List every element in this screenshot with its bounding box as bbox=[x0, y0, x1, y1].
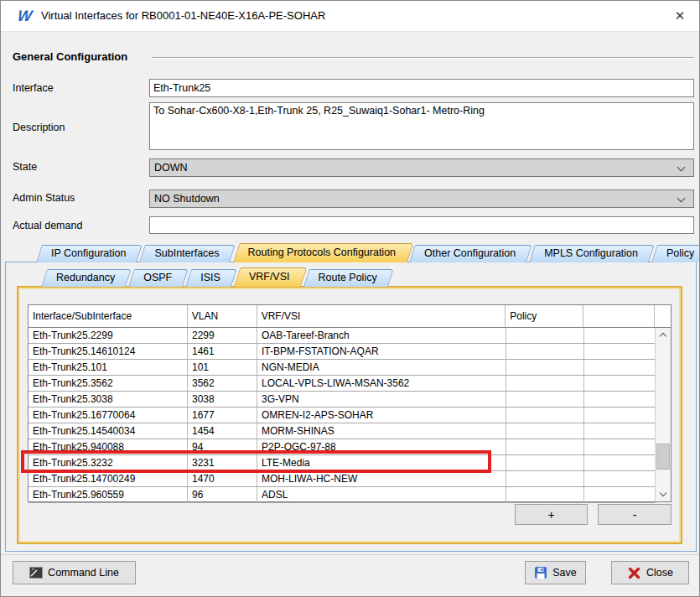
table-row[interactable]: Eth-Trunk25.16770064 1677 OMREN-I2-APS-S… bbox=[29, 408, 656, 423]
table-cell: Eth-Trunk25.3562 bbox=[29, 376, 188, 391]
title-bar: W Virtual Interfaces for RB0001-01-NE40E… bbox=[1, 1, 699, 32]
table-row[interactable]: Eth-Trunk25.3562 3562 LOCAL-VPLS-LIWA-MS… bbox=[29, 376, 656, 392]
table-row[interactable]: Eth-Trunk25.2299 2299 OAB-Tareef-Branch bbox=[29, 328, 656, 344]
table-cell: P2P-OGC-97-88 bbox=[257, 439, 506, 454]
interface-label: Interface bbox=[13, 82, 54, 94]
state-label: State bbox=[13, 161, 37, 173]
column-header-interface[interactable]: Interface/SubInterface bbox=[29, 305, 188, 327]
app-logo-icon: W bbox=[17, 8, 32, 25]
tab-other-configuration[interactable]: Other Configuration bbox=[409, 245, 526, 262]
window-title: Virtual Interfaces for RB0001-01-NE40E-X… bbox=[41, 9, 325, 22]
column-header-vlan[interactable]: VLAN bbox=[188, 305, 257, 327]
tab-label: Route Policy bbox=[319, 272, 377, 283]
column-header-policy[interactable]: Policy bbox=[506, 305, 583, 327]
table-cell bbox=[506, 455, 584, 470]
table-cell: LOCAL-VPLS-LIWA-MSAN-3562 bbox=[257, 376, 506, 391]
table-cell bbox=[584, 328, 656, 343]
column-header-vrf-vsi[interactable]: VRF/VSI bbox=[257, 305, 506, 327]
admin-status-dropdown[interactable]: NO Shutdown bbox=[149, 189, 694, 208]
window-close-button[interactable]: ✕ bbox=[667, 1, 692, 31]
table-cell: IT-BPM-FSTATION-AQAR bbox=[257, 344, 506, 359]
save-button[interactable]: Save bbox=[525, 561, 586, 584]
scrollbar-thumb[interactable] bbox=[656, 444, 670, 470]
table-cell: Eth-Trunk25.14610124 bbox=[29, 344, 188, 359]
tab-label: OSPF bbox=[143, 272, 172, 283]
section-divider bbox=[152, 57, 694, 59]
virtual-interfaces-dialog: W Virtual Interfaces for RB0001-01-NE40E… bbox=[0, 0, 700, 597]
table-cell: Eth-Trunk25.101 bbox=[29, 360, 188, 375]
tab-subinterfaces[interactable]: SubInterfaces bbox=[139, 245, 230, 262]
table-scrollbar[interactable] bbox=[655, 328, 671, 501]
subtab-isis[interactable]: ISIS bbox=[185, 269, 231, 287]
table-cell: 2299 bbox=[188, 328, 257, 343]
table-cell: Eth-Trunk25.2299 bbox=[29, 328, 188, 343]
table-cell bbox=[584, 487, 656, 502]
table-cell: 1461 bbox=[188, 344, 257, 359]
table-row[interactable]: Eth-Trunk25.14540034 1454 MORM-SHINAS bbox=[29, 423, 656, 439]
table-cell bbox=[584, 360, 656, 375]
chevron-down-icon bbox=[677, 195, 686, 203]
table-row[interactable]: Eth-Trunk25.14700249 1470 MOH-LIWA-HC-NE… bbox=[29, 471, 656, 487]
close-button[interactable]: Close bbox=[611, 561, 689, 584]
table-row[interactable]: Eth-Trunk25.101 101 NGN-MEDIA bbox=[29, 360, 656, 376]
description-label: Description bbox=[13, 122, 65, 133]
save-floppy-icon bbox=[534, 566, 547, 579]
table-cell: Eth-Trunk25.14700249 bbox=[29, 471, 188, 486]
table-cell bbox=[584, 471, 656, 486]
tab-label: Other Configuration bbox=[424, 247, 516, 259]
table-cell: Eth-Trunk25.960559 bbox=[29, 487, 188, 502]
remove-row-button[interactable]: - bbox=[598, 504, 671, 525]
chevron-down-icon bbox=[677, 164, 686, 172]
table-cell: Eth-Trunk25.940088 bbox=[29, 439, 188, 454]
actual-demand-label: Actual demand bbox=[13, 220, 82, 231]
table-row[interactable]: Eth-Trunk25.14610124 1461 IT-BPM-FSTATIO… bbox=[29, 344, 656, 360]
column-header-spacer bbox=[655, 305, 671, 327]
tab-mpls-configuration[interactable]: MPLS Configuration bbox=[529, 245, 649, 262]
tab-policy[interactable]: Policy bbox=[651, 245, 700, 262]
tab-label: ISIS bbox=[200, 272, 220, 283]
tab-ip-configuration[interactable]: IP Configuration bbox=[36, 245, 137, 262]
admin-status-label: Admin Status bbox=[13, 192, 75, 204]
column-header-extra[interactable] bbox=[583, 305, 655, 327]
command-line-button[interactable]: Command Line bbox=[13, 561, 136, 584]
table-cell: OMREN-I2-APS-SOHAR bbox=[257, 408, 506, 423]
table-cell bbox=[506, 423, 584, 439]
table-cell bbox=[584, 439, 656, 454]
actual-demand-input[interactable] bbox=[149, 216, 694, 234]
table-row[interactable]: Eth-Trunk25.3038 3038 3G-VPN bbox=[29, 392, 656, 408]
description-input[interactable]: To Sohar-Cx600-X8-1,Eth-Trunk 25, R25_Su… bbox=[149, 102, 694, 150]
scroll-down-icon[interactable] bbox=[656, 487, 671, 501]
subtab-redundancy[interactable]: Redundancy bbox=[41, 269, 126, 287]
table-row[interactable]: Eth-Trunk25.940088 94 P2P-OGC-97-88 bbox=[29, 439, 656, 455]
table-cell: 3231 bbox=[188, 455, 257, 470]
table-cell bbox=[506, 408, 584, 423]
close-x-icon bbox=[627, 566, 641, 580]
state-dropdown[interactable]: DOWN bbox=[149, 158, 694, 177]
table-cell bbox=[584, 423, 656, 439]
table-cell: ADSL bbox=[257, 487, 506, 502]
admin-status-dropdown-value: NO Shutdown bbox=[154, 193, 220, 205]
table-cell: 1454 bbox=[188, 423, 257, 439]
main-tab-bar: IP Configuration SubInterfaces Routing P… bbox=[36, 243, 700, 262]
table-header-row: Interface/SubInterface VLAN VRF/VSI Poli… bbox=[29, 305, 671, 328]
save-label: Save bbox=[552, 567, 577, 579]
add-row-button[interactable]: + bbox=[515, 504, 588, 525]
interface-input[interactable] bbox=[149, 79, 694, 97]
subtab-route-policy[interactable]: Route Policy bbox=[303, 269, 388, 287]
subtab-ospf[interactable]: OSPF bbox=[128, 269, 183, 287]
table-cell bbox=[506, 439, 584, 454]
tab-label: SubInterfaces bbox=[154, 247, 219, 259]
scroll-up-icon[interactable] bbox=[656, 328, 671, 342]
general-configuration-heading: General Configuration bbox=[13, 50, 127, 63]
table-cell: 94 bbox=[188, 439, 257, 454]
table-row-highlighted[interactable]: Eth-Trunk25.3232 3231 LTE-Media bbox=[29, 455, 656, 471]
table-row[interactable]: Eth-Trunk25.960559 96 ADSL bbox=[29, 487, 656, 503]
subtab-vrf-vsi[interactable]: VRF/VSI bbox=[234, 267, 301, 287]
table-cell bbox=[506, 344, 584, 359]
sub-tab-bar: Redundancy OSPF ISIS VRF/VSI Route Polic… bbox=[41, 267, 391, 287]
table-cell bbox=[506, 376, 584, 391]
tab-label: IP Configuration bbox=[51, 247, 126, 259]
table-cell: 101 bbox=[188, 360, 257, 375]
tab-label: Redundancy bbox=[56, 272, 115, 283]
tab-routing-protocols-configuration[interactable]: Routing Protocols Configuration bbox=[233, 243, 407, 262]
